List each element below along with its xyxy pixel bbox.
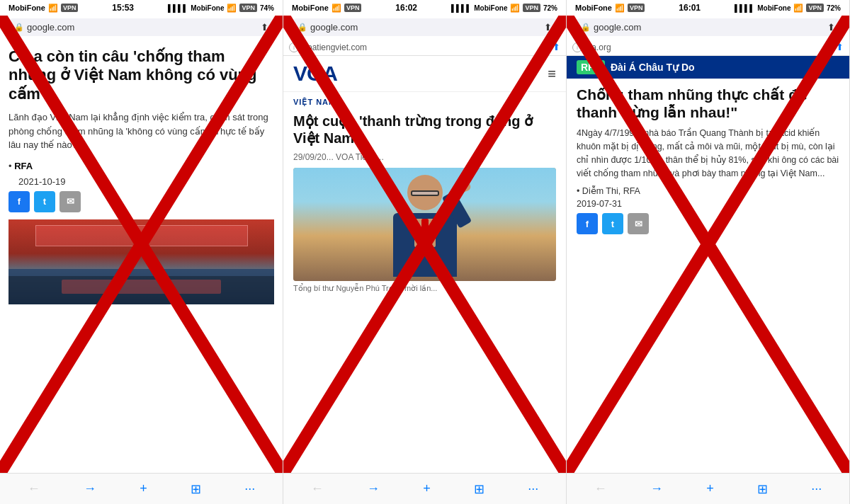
status-left-2: MobiFone 📶 VPN [292,4,361,13]
article-body-1: Lãnh đạo Việt Nam lại khẳng định việc ki… [8,110,274,152]
article-area-1: Có a còn tin câu 'chống tham nhũng ở Việ… [0,39,283,473]
address-bar-2[interactable]: 🔒 google.com ⬆ [289,18,560,36]
rfa-article-title: Chống tham nhũng thực chất để thanh trừn… [567,79,849,127]
bottom-nav-1: ← → + ⊞ ··· [0,473,283,504]
tabs-button-2[interactable]: ⊞ [468,479,490,500]
voa-meta: 29/09/20... VOA Tiếng... [283,152,566,168]
status-bar-1: MobiFone 📶 VPN 15:53 ▌▌▌▌ MobiFone 📶 VPN… [0,0,283,16]
wifi-icon-1: 📶 [48,4,58,13]
image-caption: Tổng bí thư Nguyễn Phú Trọng mời lần... [283,281,566,296]
status-bar-2: MobiFone 📶 VPN 16:02 ▌▌▌▌ MobiFone 📶 VPN… [283,0,566,16]
new-tab-button-1[interactable]: + [134,479,153,499]
wifi2-icon-1: 📶 [227,4,237,13]
person-image [293,168,556,281]
carrier-1: MobiFone [8,4,45,12]
bullet-1: • [8,161,14,171]
time-2: 16:02 [395,3,417,13]
phone-panel-3: MobiFone 📶 VPN 16:01 ▌▌▌▌ MobiFone 📶 VPN… [567,0,850,504]
wifi2-icon-2: 📶 [510,4,520,13]
phone-panel-2: MobiFone 📶 VPN 16:02 ▌▌▌▌ MobiFone 📶 VPN… [283,0,567,504]
phone-panel-1: MobiFone 📶 VPN 15:53 ▌▌▌▌ MobiFone 📶 VPN… [0,0,283,504]
vpn-badge-1: VPN [61,4,79,12]
carrier2-1: MobiFone [191,4,224,12]
rfa-email-button[interactable]: ✉ [628,213,649,234]
url-3: google.com [594,22,641,33]
signal-icon-3: ▌▌▌▌ [735,4,754,12]
signal-icon-2: ▌▌▌▌ [451,4,471,12]
battery-icon-3: 72% [827,4,841,12]
rfa-article-body: 4Ngày 4/7/1991, nhà báo Trần Quang Thành… [567,127,849,185]
share-icon-3[interactable]: ⬆ [827,22,835,33]
wifi-icon-3: 📶 [615,4,625,13]
rfa-badge: RFA [577,60,605,74]
time-1: 15:53 [112,3,134,13]
vpn-badge-3: VPN [628,4,645,12]
rfa-twitter-button[interactable]: t [602,213,623,234]
back-button-2[interactable]: ← [305,479,329,499]
secondary-bar-2: i voatiengviet.com ⬆ [283,39,566,56]
rfa-social-icons: f t ✉ [567,213,849,234]
voa-article-image [293,168,556,281]
carrier-3: MobiFone [575,4,612,12]
menu-button-1[interactable]: ··· [239,479,261,499]
email-button-1[interactable]: ✉ [60,191,81,212]
hamburger-icon[interactable]: ≡ [548,66,556,82]
viet-nam-tag: VIỆT NAM [283,92,566,110]
address-bar-1[interactable]: 🔒 google.com ⬆ [6,18,277,36]
info-icon-3[interactable]: i [572,42,582,52]
bottom-nav-3: ← → + ⊞ ··· [567,473,849,504]
share-icon-voa[interactable]: ⬆ [552,42,560,52]
menu-button-2[interactable]: ··· [522,479,544,499]
rfa-bar-title: Đài Á Châu Tự Do [611,62,695,73]
rfa-url: rfa.org [586,42,611,52]
share-icon-1[interactable]: ⬆ [261,22,268,33]
facebook-button-1[interactable]: f [8,191,30,212]
voa-article-title: Một cuộc 'thanh trừng trong đảng ở Việt … [283,110,566,152]
back-button-1[interactable]: ← [22,479,46,499]
battery-icon-1: 74% [260,4,274,12]
url-1: google.com [27,22,74,33]
forward-button-3[interactable]: → [645,479,669,499]
vpn-badge-2: VPN [344,4,362,12]
vpn2-badge-2: VPN [523,4,540,12]
address-bar-3[interactable]: 🔒 google.com ⬆ [572,18,844,36]
status-bar-3: MobiFone 📶 VPN 16:01 ▌▌▌▌ MobiFone 📶 VPN… [567,0,849,16]
share-icon-rfa[interactable]: ⬆ [836,42,844,52]
menu-button-3[interactable]: ··· [805,479,827,499]
rfa-source: • Diễm Thi, RFA [567,185,849,196]
voa-logo: VOA [293,62,337,86]
bottom-nav-2: ← → + ⊞ ··· [283,473,566,504]
bullet-rfa: • [577,186,582,196]
carrier-2: MobiFone [292,4,329,12]
voa-content: VOA ≡ VIỆT NAM Một cuộc 'thanh trừng tro… [283,56,566,473]
rfa-content: RFA Đài Á Châu Tự Do Chống tham nhũng th… [567,56,849,473]
article-title-1: Có a còn tin câu 'chống tham nhũng ở Việ… [8,47,274,103]
vpn2-badge-3: VPN [806,4,824,12]
lock-icon-3: 🔒 [581,23,591,32]
status-left-1: MobiFone 📶 VPN [8,4,78,13]
carrier2-3: MobiFone [757,4,790,12]
vpn2-badge-1: VPN [239,4,257,12]
secondary-bar-3: i rfa.org ⬆ [567,39,849,56]
rfa-facebook-button[interactable]: f [577,213,598,234]
carrier2-2: MobiFone [474,4,507,12]
battery-icon-2: 72% [543,4,557,12]
wifi-icon-2: 📶 [332,4,341,13]
status-right-3: ▌▌▌▌ MobiFone 📶 VPN 72% [735,4,841,13]
source-info-1: • RFA [8,159,274,172]
forward-button-2[interactable]: → [361,479,385,499]
lock-icon-1: 🔒 [14,23,24,32]
share-icon-2[interactable]: ⬆ [544,22,552,33]
info-icon-2[interactable]: i [289,42,299,52]
tabs-button-1[interactable]: ⊞ [185,479,207,500]
new-tab-button-2[interactable]: + [417,479,436,499]
status-right-1: ▌▌▌▌ MobiFone 📶 VPN 74% [168,4,274,13]
new-tab-button-3[interactable]: + [701,479,720,499]
tabs-button-3[interactable]: ⊞ [752,479,774,500]
forward-button-1[interactable]: → [78,479,102,499]
twitter-button-1[interactable]: t [34,191,55,212]
rfa-logo-bar: RFA Đài Á Châu Tự Do [567,56,849,79]
time-3: 16:01 [679,3,701,13]
source-name-1: RFA [14,161,33,171]
back-button-3[interactable]: ← [589,479,613,499]
